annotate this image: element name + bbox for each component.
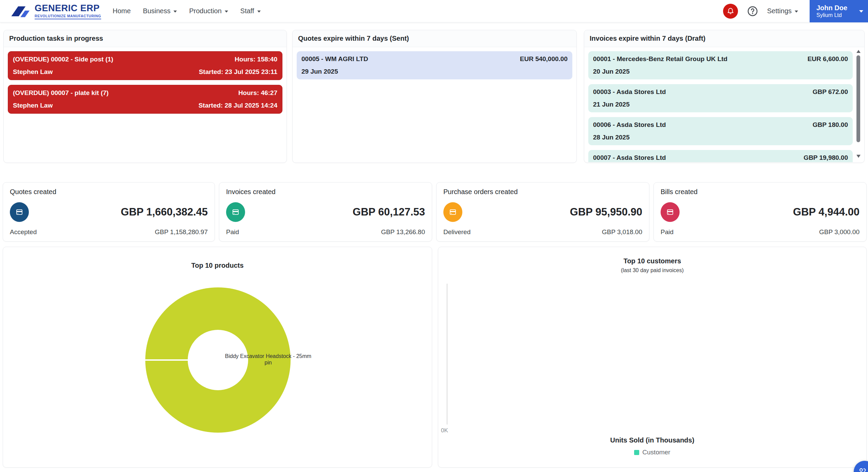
invoices-scrollbar xyxy=(856,50,861,158)
y-axis-line xyxy=(447,284,447,424)
question-circle-icon xyxy=(747,5,758,17)
quote-amount: EUR 540,000.00 xyxy=(520,55,568,63)
task-title: (OVERDUE) 00007 - plate kit (7) xyxy=(13,89,109,97)
invoice-amount: EUR 6,600.00 xyxy=(808,55,848,63)
nav-item-production[interactable]: Production xyxy=(189,7,228,15)
kpi-value: GBP 4,944.00 xyxy=(793,206,860,218)
brand-tagline: REVOLUTIONIZE MANUFACTURING xyxy=(35,14,101,19)
kpi-status-value: GBP 13,266.80 xyxy=(381,228,425,236)
invoice-amount: GBP 672.00 xyxy=(813,88,848,96)
production-task-card[interactable]: (OVERDUE) 00007 - plate kit (7) Hours: 4… xyxy=(8,85,282,114)
chevron-down-icon xyxy=(173,11,177,13)
kpi-title: Quotes created xyxy=(10,188,208,196)
quotes-expiring-panel: Quotes expire within 7 days (Sent) 00005… xyxy=(292,30,577,163)
kpi-value: GBP 60,127.53 xyxy=(353,206,425,218)
kpi-invoices-created: Invoices created GBP 60,127.53 Paid GBP … xyxy=(219,182,432,242)
legend-item-customer[interactable]: Customer xyxy=(438,449,866,456)
task-hours: Hours: 158:40 xyxy=(235,56,277,63)
user-menu[interactable]: John Doe Sylium Ltd xyxy=(810,0,868,22)
kpi-title: Bills created xyxy=(661,188,860,196)
axis-title: Units Sold (in Thousands) xyxy=(438,436,866,444)
task-started: Started: 28 Jul 2025 14:24 xyxy=(199,102,277,109)
kpi-purchase-orders-created: Purchase orders created GBP 95,950.90 De… xyxy=(436,182,649,242)
receipt-icon xyxy=(661,202,680,222)
chevron-down-icon xyxy=(859,10,863,13)
production-task-card[interactable]: (OVERDUE) 00002 - Side post (1) Hours: 1… xyxy=(8,51,282,80)
chart-title: Top 10 products xyxy=(3,262,432,269)
receipt-icon xyxy=(443,202,462,222)
chevron-down-icon xyxy=(257,11,261,13)
kpi-title: Purchase orders created xyxy=(443,188,642,196)
donut-center-label: Biddy Excavator Headstock - 25mm pin xyxy=(223,353,313,366)
top-products-chart-panel: Top 10 products Biddy Excavator Headstoc… xyxy=(3,247,432,468)
receipt-icon xyxy=(10,202,29,222)
receipt-icon xyxy=(226,202,245,222)
invoice-card[interactable]: 00006 - Asda Stores Ltd GBP 180.00 28 Ju… xyxy=(588,117,853,145)
navbar-right: Settings John Doe Sylium Ltd xyxy=(723,0,868,22)
nav-item-business[interactable]: Business xyxy=(143,7,177,15)
kpi-title: Invoices created xyxy=(226,188,425,196)
invoice-date: 21 Jun 2025 xyxy=(593,101,630,108)
kpi-status-label: Paid xyxy=(226,228,239,236)
invoice-amount: GBP 19,980.00 xyxy=(804,154,848,162)
kpi-status-label: Accepted xyxy=(10,228,37,236)
people-icon xyxy=(857,467,867,472)
notifications-button[interactable] xyxy=(723,4,738,19)
invoice-card[interactable]: 00003 - Asda Stores Ltd GBP 672.00 21 Ju… xyxy=(588,84,853,112)
invoice-amount: GBP 180.00 xyxy=(813,121,848,129)
top-navbar: GENERIC ERP REVOLUTIONIZE MANUFACTURING … xyxy=(0,0,868,22)
invoice-ref: 00001 - Mercedes-Benz Retail Group UK Lt… xyxy=(593,55,727,63)
dashboard-content: Production tasks in progress (OVERDUE) 0… xyxy=(0,22,868,472)
task-hours: Hours: 46:27 xyxy=(238,89,277,97)
donut-slice-gap xyxy=(145,359,189,361)
invoice-date: 28 Jun 2025 xyxy=(593,134,630,141)
chart-title: Top 10 customers xyxy=(438,257,866,265)
task-started: Started: 23 Jul 2025 23:11 xyxy=(199,68,277,76)
panel-title: Production tasks in progress xyxy=(4,30,287,47)
chevron-down-icon xyxy=(795,11,798,13)
help-button[interactable] xyxy=(747,5,758,17)
panel-title: Invoices expire within 7 days (Draft) xyxy=(584,30,864,47)
task-title: (OVERDUE) 00002 - Side post (1) xyxy=(13,56,113,63)
invoice-card[interactable]: 00001 - Mercedes-Benz Retail Group UK Lt… xyxy=(588,51,853,79)
invoice-ref: 00003 - Asda Stores Ltd xyxy=(593,88,666,96)
brand-logo-icon xyxy=(10,3,31,19)
nav-item-home[interactable]: Home xyxy=(113,7,131,15)
quote-card[interactable]: 00005 - WM AGRI LTD EUR 540,000.00 29 Ju… xyxy=(297,51,572,79)
kpi-status-label: Delivered xyxy=(443,228,470,236)
kpi-value: GBP 1,660,382.45 xyxy=(121,206,208,218)
chart-subtitle: (last 30 day paid invoices) xyxy=(438,267,866,273)
invoice-date: 20 Jun 2025 xyxy=(593,68,630,75)
user-company: Sylium Ltd xyxy=(816,12,854,19)
kpi-bills-created: Bills created GBP 4,944.00 Paid GBP 3,00… xyxy=(653,182,867,242)
task-assignee: Stephen Law xyxy=(13,102,53,109)
nav-menu: Home Business Production Staff xyxy=(113,7,261,15)
chevron-down-icon xyxy=(225,11,228,13)
scroll-up-arrow[interactable] xyxy=(856,50,861,53)
invoice-ref: 00006 - Asda Stores Ltd xyxy=(593,121,666,129)
brand-title: GENERIC ERP xyxy=(35,3,101,14)
kpi-quotes-created: Quotes created GBP 1,660,382.45 Accepted… xyxy=(3,182,215,242)
user-name: John Doe xyxy=(816,4,854,12)
kpi-status-label: Paid xyxy=(661,228,673,236)
kpi-status-value: GBP 3,000.00 xyxy=(819,228,860,236)
top-customers-chart-panel: Top 10 customers (last 30 day paid invoi… xyxy=(438,247,867,468)
panel-title: Quotes expire within 7 days (Sent) xyxy=(293,30,576,47)
invoice-card[interactable]: 00007 - Asda Stores Ltd GBP 19,980.00 28… xyxy=(588,150,853,162)
kpi-value: GBP 95,950.90 xyxy=(570,206,642,218)
nav-item-settings[interactable]: Settings xyxy=(767,7,798,15)
invoice-ref: 00007 - Asda Stores Ltd xyxy=(593,154,666,162)
scroll-down-arrow[interactable] xyxy=(856,155,861,158)
quote-ref: 00005 - WM AGRI LTD xyxy=(301,55,368,63)
y-axis-tick-0k: 0K xyxy=(441,427,448,434)
nav-item-staff[interactable]: Staff xyxy=(240,7,261,15)
quote-date: 29 Jun 2025 xyxy=(301,68,338,75)
kpi-status-value: GBP 1,158,280.97 xyxy=(155,228,208,236)
brand-logo[interactable]: GENERIC ERP REVOLUTIONIZE MANUFACTURING xyxy=(10,3,101,19)
production-tasks-panel: Production tasks in progress (OVERDUE) 0… xyxy=(3,30,287,163)
legend-swatch xyxy=(634,450,639,455)
task-assignee: Stephen Law xyxy=(13,68,53,76)
bell-icon xyxy=(726,7,735,15)
scrollbar-thumb[interactable] xyxy=(856,55,860,142)
invoices-expiring-panel: Invoices expire within 7 days (Draft) 00… xyxy=(584,30,865,163)
